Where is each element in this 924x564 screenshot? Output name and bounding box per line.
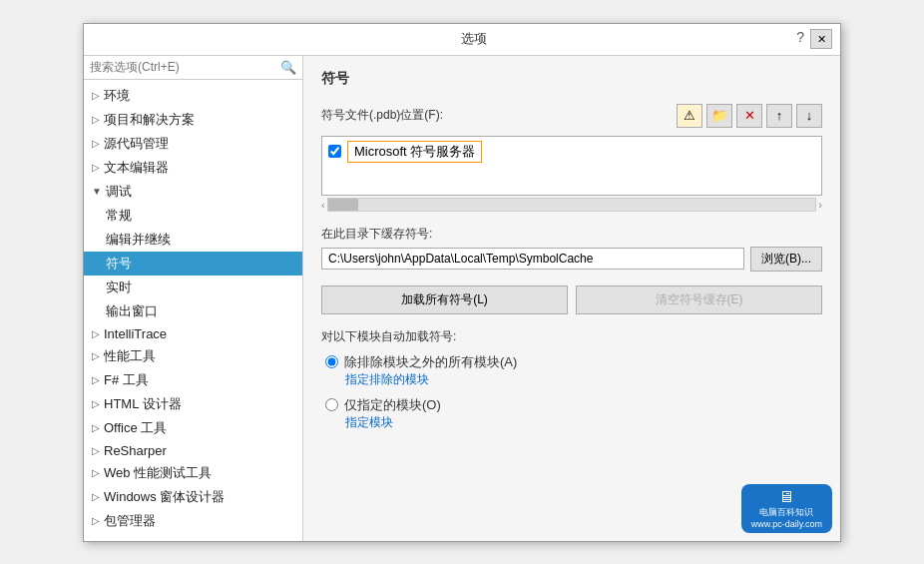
pdb-label: 符号文件(.pdb)位置(F): (321, 107, 443, 124)
tree-item-fsharp[interactable]: ▷ F# 工具 (84, 368, 302, 392)
warn-icon: ⚠ (684, 108, 695, 123)
help-button[interactable]: ? (796, 29, 804, 49)
content-area: 🔍 ▷ 环境 ▷ 项目和解决方案 ▷ 源代码管理 ▷ 文本编辑器 (84, 56, 840, 541)
radio2-input[interactable] (325, 398, 338, 411)
tree-label: 符号 (106, 255, 132, 273)
tree-item-perf[interactable]: ▷ 性能工具 (84, 344, 302, 368)
tree-label: HTML 设计器 (104, 395, 182, 413)
tree-item-project[interactable]: ▷ 项目和解决方案 (84, 108, 302, 132)
search-box: 🔍 (84, 56, 302, 80)
radio1-item: 除排除模块之外的所有模块(A) (325, 353, 822, 371)
tree-item-source[interactable]: ▷ 源代码管理 (84, 132, 302, 156)
tree-item-text-editor[interactable]: ▷ 文本编辑器 (84, 156, 302, 180)
expand-icon: ▷ (92, 90, 100, 101)
microsoft-server-item: Microsoft 符号服务器 (328, 141, 815, 163)
tree-label: 性能工具 (104, 347, 156, 365)
tree-label: IntelliTrace (104, 326, 167, 341)
tree-item-windows[interactable]: ▷ Windows 窗体设计器 (84, 485, 302, 509)
tree-label: Web 性能测试工具 (104, 464, 212, 482)
tree-label: 源代码管理 (104, 135, 169, 153)
load-all-button[interactable]: 加载所有符号(L) (321, 285, 568, 314)
h-scrollbar[interactable] (327, 198, 817, 212)
tree-item-output[interactable]: 输出窗口 (84, 299, 302, 323)
radio2-link[interactable]: 指定模块 (345, 415, 393, 429)
radio-group: 除排除模块之外的所有模块(A) 指定排除的模块 仅指定的模块(O) 指定模块 (321, 353, 822, 431)
cache-section: 在此目录下缓存符号: 浏览(B)... (321, 222, 822, 272)
tree-label: 输出窗口 (106, 302, 158, 320)
expand-icon: ▷ (92, 114, 100, 125)
radio2-label: 仅指定的模块(O) (344, 396, 441, 414)
cache-path-input[interactable] (321, 248, 744, 270)
expand-icon: ▷ (92, 374, 100, 385)
clear-cache-button[interactable]: 清空符号缓存(E) (576, 285, 822, 314)
down-button[interactable]: ↓ (796, 104, 822, 128)
tree-item-environment[interactable]: ▷ 环境 (84, 84, 302, 108)
up-button[interactable]: ↑ (766, 104, 792, 128)
title-bar: 选项 ? ✕ (84, 24, 840, 56)
load-row: 加载所有符号(L) 清空符号缓存(E) (321, 285, 822, 314)
search-input[interactable] (90, 60, 276, 74)
watermark: 🖥 电脑百科知识 www.pc-daily.com (741, 484, 832, 533)
up-icon: ↑ (776, 108, 783, 123)
right-panel: 符号 符号文件(.pdb)位置(F): ⚠ 📁 ✕ (303, 56, 840, 541)
tree-area: ▷ 环境 ▷ 项目和解决方案 ▷ 源代码管理 ▷ 文本编辑器 ▼ 调试 (84, 80, 302, 541)
radio1-link[interactable]: 指定排除的模块 (345, 372, 429, 386)
left-panel: 🔍 ▷ 环境 ▷ 项目和解决方案 ▷ 源代码管理 ▷ 文本编辑器 (84, 56, 303, 541)
tree-label: 项目和解决方案 (104, 111, 195, 129)
tree-item-html[interactable]: ▷ HTML 设计器 (84, 392, 302, 416)
warn-button[interactable]: ⚠ (677, 104, 702, 128)
radio1-group: 除排除模块之外的所有模块(A) 指定排除的模块 (325, 353, 822, 388)
tree-item-realtime[interactable]: 实时 (84, 276, 302, 299)
auto-load-section: 对以下模块自动加载符号: 除排除模块之外的所有模块(A) 指定排除的模块 仅指定… (321, 324, 822, 431)
tree-item-package[interactable]: ▷ 包管理器 (84, 509, 302, 533)
dialog-title: 选项 (152, 30, 796, 48)
expand-icon: ▼ (92, 186, 102, 197)
tree-item-intellitrace[interactable]: ▷ IntelliTrace (84, 323, 302, 344)
close-button[interactable]: ✕ (810, 29, 832, 49)
symbol-list-box: Microsoft 符号服务器 (321, 136, 822, 196)
tree-label: F# 工具 (104, 371, 149, 389)
watermark-icon: 🖥 (778, 488, 794, 506)
watermark-line2: www.pc-daily.com (751, 519, 822, 529)
folder-button[interactable]: 📁 (706, 104, 732, 128)
options-dialog: 选项 ? ✕ 🔍 ▷ 环境 ▷ 项目和解决方案 (83, 23, 841, 542)
toolbar-row: ⚠ 📁 ✕ ↑ ↓ (677, 104, 822, 128)
auto-load-label: 对以下模块自动加载符号: (321, 328, 822, 345)
tree-item-office[interactable]: ▷ Office 工具 (84, 416, 302, 440)
expand-icon: ▷ (92, 162, 100, 173)
down-icon: ↓ (806, 108, 813, 123)
tree-item-debug[interactable]: ▼ 调试 (84, 180, 302, 204)
tree-label: 环境 (104, 87, 130, 105)
expand-icon: ▷ (92, 328, 100, 339)
folder-icon: 📁 (711, 108, 727, 123)
expand-icon: ▷ (92, 138, 100, 149)
radio2-group: 仅指定的模块(O) 指定模块 (325, 396, 822, 431)
tree-item-symbol[interactable]: 符号 (84, 252, 302, 276)
tree-label: Office 工具 (104, 419, 167, 437)
tree-item-resharper[interactable]: ▷ ReSharper (84, 440, 302, 461)
cache-row: 浏览(B)... (321, 247, 822, 272)
browse-button[interactable]: 浏览(B)... (750, 247, 822, 272)
expand-icon: ▷ (92, 491, 100, 502)
tree-item-web[interactable]: ▷ Web 性能测试工具 (84, 461, 302, 485)
tree-item-edit-continue[interactable]: 编辑并继续 (84, 228, 302, 252)
tree-label: Windows 窗体设计器 (104, 488, 225, 506)
title-controls: ? ✕ (796, 29, 832, 49)
search-icon: 🔍 (280, 60, 296, 75)
watermark-line1: 电脑百科知识 (759, 506, 813, 519)
tree-label: 包管理器 (104, 512, 156, 530)
tree-label: 实时 (106, 279, 132, 296)
delete-button[interactable]: ✕ (736, 104, 762, 128)
radio2-item: 仅指定的模块(O) (325, 396, 822, 414)
tree-label: 文本编辑器 (104, 159, 169, 177)
cache-label: 在此目录下缓存符号: (321, 226, 822, 243)
tree-label: 编辑并继续 (106, 231, 171, 249)
tree-item-normal[interactable]: 常规 (84, 204, 302, 228)
expand-icon: ▷ (92, 350, 100, 361)
expand-icon: ▷ (92, 445, 100, 456)
radio1-input[interactable] (325, 355, 338, 368)
expand-icon: ▷ (92, 398, 100, 409)
tree-label: 常规 (106, 207, 132, 225)
microsoft-checkbox[interactable] (328, 145, 341, 158)
expand-icon: ▷ (92, 515, 100, 526)
